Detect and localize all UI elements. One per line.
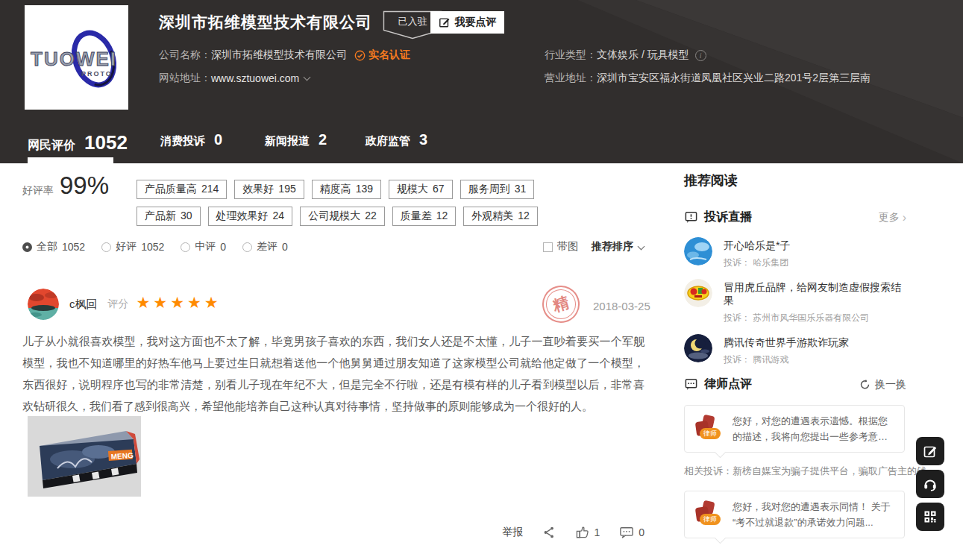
tag-label: 公司规模大 (308, 210, 360, 221)
positive-rate-label: 好评率 (22, 184, 54, 198)
tag-good-handling[interactable]: 处理效果好24 (208, 207, 293, 226)
tag-label: 规模大 (397, 183, 428, 195)
live-item-tencent[interactable]: 腾讯传奇世界手游欺诈玩家 投诉： 腾讯游戏 (684, 334, 906, 366)
tag-label: 服务周到 (468, 183, 510, 195)
tag-beautiful-appearance[interactable]: 外观精美12 (463, 207, 538, 226)
review-actions: 举报 1 0 (22, 525, 644, 539)
photo-brand-text: MENG (110, 451, 134, 461)
avatar-blue-clouds (684, 237, 712, 265)
comment-button[interactable]: 0 (619, 526, 644, 539)
floating-write-review-button[interactable] (916, 437, 944, 465)
sort-label: 推荐排序 (592, 240, 633, 254)
compose-icon (439, 16, 451, 28)
tag-high-precision[interactable]: 精度高139 (312, 180, 381, 199)
tab-label: 新闻报道 (265, 134, 310, 148)
recommended-reading-sidebar: 推荐阅读 投诉直播 更多 › (684, 172, 906, 538)
complaint-label: 投诉： (724, 354, 750, 365)
filter-label: 差评 (257, 240, 277, 254)
filter-label: 好评 (116, 240, 137, 254)
write-review-button[interactable]: 我要点评 (430, 11, 504, 34)
tag-label: 产品新 (145, 210, 176, 221)
positive-rate: 好评率 99% (22, 172, 109, 200)
lawyer-comments-header: 律师点评 换一换 (684, 377, 906, 392)
tag-large-scale[interactable]: 规模大67 (389, 180, 453, 199)
complaint-label: 投诉： (724, 312, 750, 323)
tag-count: 67 (433, 183, 445, 195)
tag-product-quality[interactable]: 产品质量高214 (137, 180, 227, 199)
write-review-label: 我要点评 (455, 16, 497, 29)
industry-label: 行业类型： (545, 48, 597, 62)
tab-netizen-reviews[interactable]: 网民评价 1052 (28, 131, 128, 154)
tab-government-supervision[interactable]: 政府监管 3 (366, 131, 427, 148)
reviewer-username[interactable]: c枫回 (69, 298, 98, 312)
tag-count: 31 (515, 183, 527, 195)
filter-neutral[interactable]: 中评 0 (181, 240, 226, 254)
website-link[interactable]: www.sztuowei.com (211, 72, 299, 84)
lawyer-card-1[interactable]: 律师 您好，对您的遭遇表示遗憾。根据您的描述，我将向您提出一些参考意见。 ... (684, 405, 905, 453)
live-complaints-title: 投诉直播 (704, 210, 752, 225)
more-link[interactable]: 更多 › (879, 211, 906, 224)
lawyer-card-2[interactable]: 律师 您好，我对您的遭遇表示同情！ 关于“考不过就退款”的承诺效力问题... (684, 491, 905, 538)
filter-negative[interactable]: 差评 0 (242, 240, 288, 254)
headset-icon (922, 476, 938, 492)
comment-icon (619, 526, 634, 539)
logo-text-main: TUOWEI (31, 48, 117, 70)
live-complaints-header: 投诉直播 更多 › (684, 210, 906, 225)
company-name-label: 公司名称： (159, 48, 211, 62)
tag-label: 外观精美 (471, 210, 513, 221)
share-button[interactable] (542, 526, 556, 539)
tag-poor-quality[interactable]: 质量差12 (392, 207, 457, 226)
tab-news-reports[interactable]: 新闻报道 2 (265, 131, 327, 148)
refresh-icon (859, 379, 871, 390)
reviewer-avatar[interactable] (28, 289, 59, 320)
complaint-bubble-icon (684, 210, 698, 224)
refresh-link[interactable]: 换一换 (859, 378, 906, 391)
report-button[interactable]: 举报 (502, 526, 523, 539)
stamp-outer-ring: 精 (538, 281, 584, 327)
tag-attentive-service[interactable]: 服务周到31 (460, 180, 535, 199)
floating-toolbar (916, 437, 944, 531)
like-button[interactable]: 1 (575, 525, 600, 539)
tag-new-product[interactable]: 产品新30 (137, 207, 201, 226)
complaint-target: 苏州市风华国乐乐器有限公司 (753, 312, 869, 323)
tab-count: 3 (419, 131, 427, 148)
radio-icon (181, 242, 190, 252)
chevron-down-icon[interactable] (304, 73, 311, 81)
avatar-huqiu-logo (684, 279, 712, 307)
radio-icon (101, 242, 111, 252)
chevron-down-icon (638, 242, 645, 250)
live-item-hale[interactable]: 开心哈乐是*子 投诉： 哈乐集团 (684, 237, 906, 269)
complaint-target: 哈乐集团 (753, 257, 788, 268)
sort-dropdown[interactable]: 推荐排序 (592, 240, 644, 254)
info-icon[interactable]: i (695, 50, 706, 61)
tab-consumer-complaints[interactable]: 消费投诉 0 (160, 131, 222, 148)
live-item-subtitle: 投诉： 腾讯游戏 (724, 353, 849, 366)
floating-qrcode-button[interactable] (916, 503, 944, 531)
related-complaint-link[interactable]: 相关投诉：新榜自媒宝为骗子提供平台，骗取广告主的钱 (684, 465, 906, 478)
filter-all[interactable]: 全部 1052 (22, 240, 85, 254)
lawyer-card-text: 您好，对您的遭遇表示遗憾。根据您的描述，我将向您提出一些参考意见。 ... (733, 413, 895, 444)
review-photo-thumbnail[interactable]: MENG (28, 416, 141, 497)
floating-customer-service-button[interactable] (916, 470, 944, 498)
company-header: TUOWEI PROTO 深圳市拓维模型技术有限公司 已入驻 我要点评 公司名称… (0, 0, 963, 163)
company-logo: TUOWEI PROTO (25, 5, 128, 110)
live-item-huqiu[interactable]: 冒用虎丘品牌，给网友制造虚假搜索结果 投诉： 苏州市风华国乐乐器有限公司 (684, 279, 906, 324)
tag-good-effect[interactable]: 效果好195 (234, 180, 304, 199)
active-tab-underline (28, 157, 113, 163)
complaint-label: 投诉： (724, 257, 750, 268)
verified-label: 实名认证 (368, 48, 410, 62)
lawyer-comments-title: 律师点评 (704, 377, 752, 392)
tag-big-company[interactable]: 公司规模大22 (300, 207, 385, 226)
compose-icon (923, 444, 938, 459)
tag-label: 处理效果好 (216, 210, 269, 221)
tag-count: 214 (201, 183, 219, 195)
tag-count: 30 (181, 210, 192, 221)
share-icon (542, 526, 556, 539)
complaint-target: 腾讯游戏 (753, 354, 788, 365)
tag-count: 12 (518, 210, 530, 221)
with-image-checkbox[interactable]: 带图 (543, 240, 578, 254)
qrcode-icon (923, 509, 938, 524)
radio-icon (242, 242, 252, 252)
filter-positive[interactable]: 好评 1052 (101, 240, 164, 254)
star-rating: ★★★★★ (137, 294, 222, 312)
